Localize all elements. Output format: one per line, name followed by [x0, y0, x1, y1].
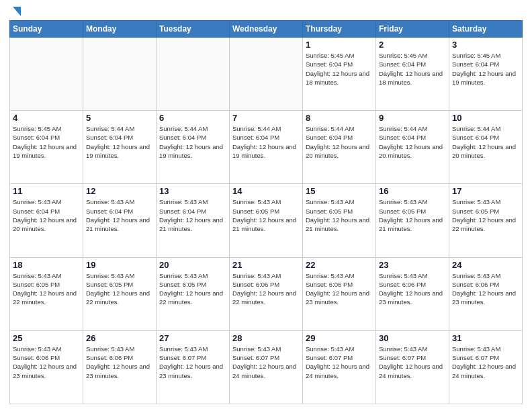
day-number: 21	[232, 260, 300, 270]
day-info: Sunrise: 5:43 AM Sunset: 6:05 PM Dayligh…	[86, 271, 153, 307]
day-number: 29	[306, 333, 373, 343]
day-number: 27	[159, 333, 226, 343]
day-number: 14	[232, 186, 300, 196]
day-number: 23	[379, 260, 446, 270]
day-number: 11	[13, 186, 80, 196]
day-number: 6	[159, 113, 226, 123]
day-cell: 18Sunrise: 5:43 AM Sunset: 6:05 PM Dayli…	[10, 257, 83, 330]
day-number: 15	[306, 186, 373, 196]
day-cell: 13Sunrise: 5:43 AM Sunset: 6:04 PM Dayli…	[157, 184, 230, 257]
day-cell	[83, 38, 157, 111]
calendar-table: SundayMondayTuesdayWednesdayThursdayFrid…	[9, 20, 523, 404]
day-info: Sunrise: 5:43 AM Sunset: 6:07 PM Dayligh…	[232, 345, 300, 380]
header-saturday: Saturday	[449, 21, 523, 38]
day-cell: 5Sunrise: 5:44 AM Sunset: 6:04 PM Daylig…	[83, 111, 157, 184]
day-info: Sunrise: 5:43 AM Sunset: 6:06 PM Dayligh…	[379, 271, 446, 307]
day-cell: 3Sunrise: 5:45 AM Sunset: 6:04 PM Daylig…	[449, 38, 523, 111]
day-info: Sunrise: 5:43 AM Sunset: 6:07 PM Dayligh…	[452, 345, 519, 380]
day-info: Sunrise: 5:43 AM Sunset: 6:04 PM Dayligh…	[86, 197, 153, 233]
header-friday: Friday	[376, 21, 449, 38]
week-row-3: 11Sunrise: 5:43 AM Sunset: 6:04 PM Dayli…	[10, 184, 523, 257]
day-info: Sunrise: 5:43 AM Sunset: 6:07 PM Dayligh…	[306, 345, 373, 380]
day-number: 31	[452, 333, 519, 343]
day-info: Sunrise: 5:44 AM Sunset: 6:04 PM Dayligh…	[306, 124, 373, 160]
day-cell: 22Sunrise: 5:43 AM Sunset: 6:06 PM Dayli…	[303, 257, 376, 330]
day-cell: 30Sunrise: 5:43 AM Sunset: 6:07 PM Dayli…	[376, 330, 449, 404]
day-cell	[157, 38, 230, 111]
day-cell: 31Sunrise: 5:43 AM Sunset: 6:07 PM Dayli…	[449, 330, 523, 404]
day-info: Sunrise: 5:43 AM Sunset: 6:06 PM Dayligh…	[86, 345, 153, 380]
header-sunday: Sunday	[10, 21, 83, 38]
day-number: 26	[86, 333, 153, 343]
day-number: 10	[452, 113, 519, 123]
day-cell: 28Sunrise: 5:43 AM Sunset: 6:07 PM Dayli…	[230, 330, 303, 404]
week-row-5: 25Sunrise: 5:43 AM Sunset: 6:06 PM Dayli…	[10, 330, 523, 404]
day-cell: 27Sunrise: 5:43 AM Sunset: 6:07 PM Dayli…	[157, 330, 230, 404]
day-number: 28	[232, 333, 300, 343]
day-info: Sunrise: 5:44 AM Sunset: 6:04 PM Dayligh…	[452, 124, 519, 160]
day-cell: 17Sunrise: 5:43 AM Sunset: 6:05 PM Dayli…	[449, 184, 523, 257]
week-row-1: 1Sunrise: 5:45 AM Sunset: 6:04 PM Daylig…	[10, 38, 523, 111]
page: SundayMondayTuesdayWednesdayThursdayFrid…	[0, 0, 532, 411]
logo-icon	[10, 5, 21, 17]
day-cell: 10Sunrise: 5:44 AM Sunset: 6:04 PM Dayli…	[449, 111, 523, 184]
day-cell: 7Sunrise: 5:44 AM Sunset: 6:04 PM Daylig…	[230, 111, 303, 184]
day-info: Sunrise: 5:43 AM Sunset: 6:07 PM Dayligh…	[159, 345, 226, 380]
day-number: 19	[86, 260, 153, 270]
day-info: Sunrise: 5:43 AM Sunset: 6:04 PM Dayligh…	[159, 197, 226, 233]
day-info: Sunrise: 5:43 AM Sunset: 6:05 PM Dayligh…	[379, 197, 446, 233]
day-info: Sunrise: 5:43 AM Sunset: 6:07 PM Dayligh…	[379, 345, 446, 380]
day-info: Sunrise: 5:43 AM Sunset: 6:05 PM Dayligh…	[232, 197, 300, 233]
day-number: 24	[452, 260, 519, 270]
day-info: Sunrise: 5:45 AM Sunset: 6:04 PM Dayligh…	[13, 124, 80, 160]
day-cell: 15Sunrise: 5:43 AM Sunset: 6:05 PM Dayli…	[303, 184, 376, 257]
day-cell: 4Sunrise: 5:45 AM Sunset: 6:04 PM Daylig…	[10, 111, 83, 184]
day-number: 22	[306, 260, 373, 270]
day-info: Sunrise: 5:44 AM Sunset: 6:04 PM Dayligh…	[379, 124, 446, 160]
week-row-2: 4Sunrise: 5:45 AM Sunset: 6:04 PM Daylig…	[10, 111, 523, 184]
day-info: Sunrise: 5:44 AM Sunset: 6:04 PM Dayligh…	[232, 124, 300, 160]
day-cell: 2Sunrise: 5:45 AM Sunset: 6:04 PM Daylig…	[376, 38, 449, 111]
day-info: Sunrise: 5:43 AM Sunset: 6:04 PM Dayligh…	[13, 197, 80, 233]
week-row-4: 18Sunrise: 5:43 AM Sunset: 6:05 PM Dayli…	[10, 257, 523, 330]
logo	[9, 7, 21, 16]
day-number: 13	[159, 186, 226, 196]
header-thursday: Thursday	[303, 21, 376, 38]
day-cell: 8Sunrise: 5:44 AM Sunset: 6:04 PM Daylig…	[303, 111, 376, 184]
day-number: 18	[13, 260, 80, 270]
day-cell: 9Sunrise: 5:44 AM Sunset: 6:04 PM Daylig…	[376, 111, 449, 184]
day-info: Sunrise: 5:45 AM Sunset: 6:04 PM Dayligh…	[452, 51, 519, 87]
day-cell: 20Sunrise: 5:43 AM Sunset: 6:05 PM Dayli…	[157, 257, 230, 330]
day-number: 1	[306, 40, 373, 50]
header-monday: Monday	[83, 21, 157, 38]
day-info: Sunrise: 5:45 AM Sunset: 6:04 PM Dayligh…	[379, 51, 446, 87]
day-cell: 12Sunrise: 5:43 AM Sunset: 6:04 PM Dayli…	[83, 184, 157, 257]
day-number: 2	[379, 40, 446, 50]
day-cell: 14Sunrise: 5:43 AM Sunset: 6:05 PM Dayli…	[230, 184, 303, 257]
day-number: 17	[452, 186, 519, 196]
day-cell	[10, 38, 83, 111]
header-tuesday: Tuesday	[157, 21, 230, 38]
day-info: Sunrise: 5:44 AM Sunset: 6:04 PM Dayligh…	[86, 124, 153, 160]
header-wednesday: Wednesday	[230, 21, 303, 38]
day-info: Sunrise: 5:43 AM Sunset: 6:05 PM Dayligh…	[452, 197, 519, 233]
day-number: 8	[306, 113, 373, 123]
day-cell: 6Sunrise: 5:44 AM Sunset: 6:04 PM Daylig…	[157, 111, 230, 184]
day-info: Sunrise: 5:43 AM Sunset: 6:06 PM Dayligh…	[13, 345, 80, 380]
day-number: 4	[13, 113, 80, 123]
day-number: 16	[379, 186, 446, 196]
calendar-header-row: SundayMondayTuesdayWednesdayThursdayFrid…	[10, 21, 523, 38]
day-cell: 24Sunrise: 5:43 AM Sunset: 6:06 PM Dayli…	[449, 257, 523, 330]
day-info: Sunrise: 5:43 AM Sunset: 6:05 PM Dayligh…	[13, 271, 80, 307]
day-info: Sunrise: 5:45 AM Sunset: 6:04 PM Dayligh…	[306, 51, 373, 87]
day-cell	[230, 38, 303, 111]
day-number: 12	[86, 186, 153, 196]
day-cell: 23Sunrise: 5:43 AM Sunset: 6:06 PM Dayli…	[376, 257, 449, 330]
day-info: Sunrise: 5:43 AM Sunset: 6:06 PM Dayligh…	[306, 271, 373, 307]
day-info: Sunrise: 5:44 AM Sunset: 6:04 PM Dayligh…	[159, 124, 226, 160]
svg-marker-0	[13, 7, 21, 16]
day-cell: 1Sunrise: 5:45 AM Sunset: 6:04 PM Daylig…	[303, 38, 376, 111]
day-number: 3	[452, 40, 519, 50]
day-info: Sunrise: 5:43 AM Sunset: 6:05 PM Dayligh…	[159, 271, 226, 307]
day-cell: 16Sunrise: 5:43 AM Sunset: 6:05 PM Dayli…	[376, 184, 449, 257]
